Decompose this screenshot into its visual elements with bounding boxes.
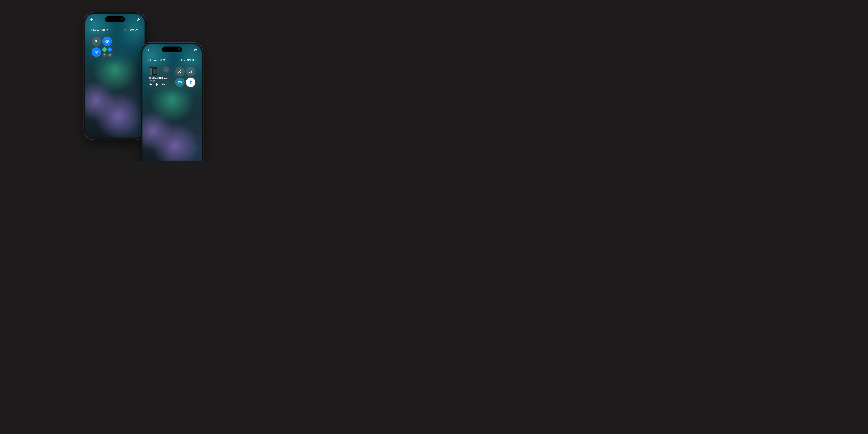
lock-screen-button[interactable] bbox=[194, 48, 197, 52]
status-bar: EE WiFiCall 54% bbox=[90, 28, 140, 31]
battery-icon bbox=[192, 59, 197, 61]
connectivity-module[interactable] bbox=[173, 65, 197, 89]
carrier-label: EE WiFiCall bbox=[93, 29, 105, 31]
airplane-mode-toggle[interactable] bbox=[92, 37, 101, 46]
play-button[interactable] bbox=[155, 83, 159, 87]
battery-icon bbox=[135, 29, 140, 31]
page-indicators bbox=[196, 131, 199, 154]
vpn-toggle[interactable] bbox=[107, 53, 112, 57]
now-playing-module[interactable]: The Most Delicio Dabrye bbox=[147, 65, 171, 89]
alarm-icon bbox=[124, 29, 126, 31]
moon-icon bbox=[184, 59, 186, 61]
bluetooth-toggle[interactable] bbox=[107, 48, 112, 52]
wifi-status-icon bbox=[106, 28, 108, 31]
cellular-signal-icon bbox=[90, 29, 92, 31]
cellular-data-toggle[interactable] bbox=[186, 67, 195, 76]
phone-mockup-left: EE WiFiCall 54% bbox=[84, 12, 146, 140]
moon-icon bbox=[127, 29, 129, 31]
rewind-button[interactable] bbox=[149, 83, 152, 87]
wifi-toggle[interactable] bbox=[92, 48, 101, 57]
home-icon[interactable] bbox=[196, 141, 199, 145]
track-title: The Most Delicio bbox=[149, 77, 169, 79]
cellular-signal-icon bbox=[147, 59, 150, 61]
add-control-button[interactable] bbox=[147, 48, 150, 52]
album-art bbox=[149, 67, 157, 75]
personal-hotspot-toggle[interactable] bbox=[175, 78, 185, 87]
connectivity-module[interactable] bbox=[90, 34, 114, 59]
screen-left: EE WiFiCall 54% bbox=[85, 14, 145, 138]
alarm-icon bbox=[181, 59, 183, 61]
connectivity-icon[interactable] bbox=[196, 151, 199, 154]
airdrop-toggle[interactable] bbox=[102, 37, 112, 46]
airplay-button[interactable] bbox=[163, 67, 169, 72]
heart-icon[interactable] bbox=[196, 131, 199, 134]
carrier-label: EE WiFiCall bbox=[150, 59, 162, 61]
add-control-button[interactable] bbox=[90, 18, 93, 22]
bluetooth-toggle[interactable] bbox=[186, 78, 195, 87]
lock-screen-button[interactable] bbox=[137, 18, 140, 22]
screen-right: EE WiFiCall 46% The Most Delicio bbox=[143, 44, 202, 161]
battery-percent: 54% bbox=[130, 29, 134, 31]
airplane-mode-toggle[interactable] bbox=[175, 67, 185, 76]
phone-mockup-right: EE WiFiCall 46% The Most Delicio bbox=[141, 42, 203, 161]
connectivity-more bbox=[102, 48, 112, 57]
forward-button[interactable] bbox=[162, 83, 165, 87]
cellular-data-toggle[interactable] bbox=[102, 48, 107, 52]
status-bar: EE WiFiCall 46% bbox=[147, 59, 197, 61]
battery-percent: 46% bbox=[187, 59, 191, 61]
track-artist: Dabrye bbox=[149, 80, 169, 82]
personal-hotspot-toggle[interactable] bbox=[102, 53, 107, 57]
wifi-status-icon bbox=[163, 59, 166, 61]
